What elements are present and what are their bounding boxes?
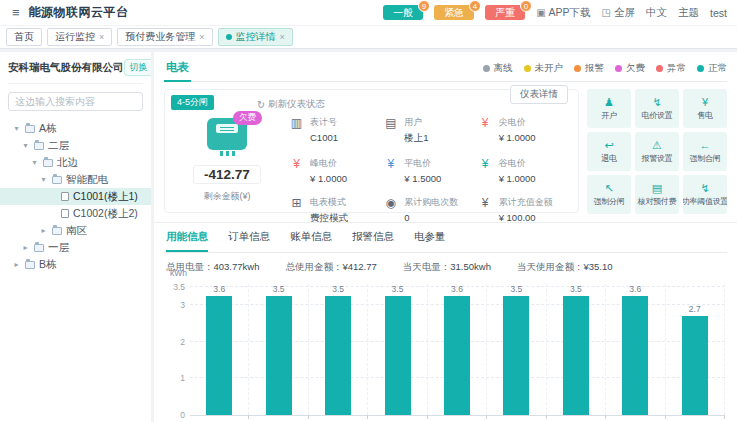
tree-item-label: 二层: [48, 139, 69, 153]
meter-screen: [216, 124, 238, 133]
verify-prepay-icon: ▤: [652, 182, 662, 194]
price-setting-button[interactable]: ↯ 电价设置: [635, 89, 679, 128]
field-value: ¥ 1.0000: [499, 132, 536, 143]
user-menu[interactable]: test: [710, 7, 727, 19]
force-close-switch-button[interactable]: ← 强制合闸: [683, 132, 727, 171]
tree-arrow-icon[interactable]: ▸: [21, 243, 30, 252]
tab-electric-params[interactable]: 电参量: [414, 230, 446, 252]
tree-search-input[interactable]: [8, 92, 143, 111]
alarm-severe-button[interactable]: 严重 0: [485, 5, 525, 20]
tab-energy-info[interactable]: 用能信息: [166, 230, 208, 252]
tree-item-north-side[interactable]: ▾ 北边: [0, 154, 151, 171]
language-switch[interactable]: 中文: [646, 6, 667, 20]
bar-slot: 3.600:00: [190, 284, 249, 415]
legend-dot: [656, 65, 663, 72]
alarm-general-label: 一般: [393, 7, 413, 18]
open-account-icon: ♟: [604, 96, 614, 108]
open-account-button[interactable]: ♟ 开户: [587, 89, 631, 128]
field-label: 平电价: [404, 157, 441, 170]
legend-dot: [615, 65, 622, 72]
active-dot-icon: [226, 34, 232, 40]
bar: [563, 296, 589, 415]
tag-prepay-management[interactable]: 预付费业务管理 ×: [117, 28, 212, 46]
theme-switch[interactable]: 主题: [678, 6, 699, 20]
alarm-setting-button[interactable]: ⚠ 报警设置: [635, 132, 679, 171]
fullscreen-link[interactable]: ◳ 全屏: [602, 6, 635, 20]
folder-icon: [52, 176, 62, 184]
bar: [206, 296, 232, 415]
tab-alarm-info[interactable]: 报警信息: [352, 230, 394, 252]
legend-item: 报警: [574, 62, 604, 75]
field-recharge-amount: ¥ 累计充值金额 ¥ 100.00: [478, 196, 568, 225]
tree-item-label: 智能配电: [66, 173, 108, 187]
bar: [503, 296, 529, 415]
tag-home[interactable]: 首页: [6, 28, 42, 46]
bar-slot: 3.604:00: [428, 284, 487, 415]
force-open-switch-button[interactable]: ↖ 强制分闸: [587, 175, 631, 214]
close-icon[interactable]: ×: [99, 31, 104, 44]
tree-arrow-icon[interactable]: ▸: [39, 226, 48, 235]
tag-monitor-detail[interactable]: 监控详情 ×: [218, 28, 293, 46]
company-name: 安科瑞电气股份有限公司: [8, 61, 124, 75]
alarm-general-button[interactable]: 一般 9: [383, 5, 423, 20]
field-value: ¥ 1.0000: [310, 173, 347, 184]
company-row: 安科瑞电气股份有限公司 切换: [8, 59, 143, 84]
peak-price-coins-icon: ¥: [289, 157, 304, 171]
app-download-link[interactable]: ▣ APP下载: [536, 6, 590, 20]
tree-item-building-a[interactable]: ▾ A栋: [0, 120, 151, 137]
y-tick-label: 3.5: [173, 282, 185, 292]
field-label: 累计购电次数: [404, 196, 458, 209]
meter-actions: ♟ 开户 ↯ 电价设置 ¥ 售电 ↩ 退电 ⚠ 报警设置: [587, 89, 727, 214]
tab-electric-meter[interactable]: 电表: [164, 58, 191, 82]
alarm-severe-label: 严重: [495, 7, 515, 18]
tree-item-smart-distribution[interactable]: ▾ 智能配电: [0, 171, 151, 188]
alarm-urgent-button[interactable]: 紧急 4: [434, 5, 474, 20]
y-tick-label: 3: [180, 300, 185, 310]
tree-arrow-icon[interactable]: ▾: [39, 175, 48, 184]
close-icon[interactable]: ×: [199, 31, 204, 44]
field-user: ▤ 用户 楼上1: [383, 116, 473, 145]
verify-prepay-button[interactable]: ▤ 核对预付费: [635, 175, 679, 214]
refund-power-icon: ↩: [604, 139, 613, 151]
bar-value-label: 2.7: [689, 304, 701, 314]
meter-doc-icon: [61, 192, 69, 201]
refund-power-button[interactable]: ↩ 退电: [587, 132, 631, 171]
bar-slot: 3.506:00: [547, 284, 606, 415]
refresh-meter-status-link[interactable]: ↻ 刷新仪表状态: [257, 98, 325, 111]
bar-value-label: 3.5: [510, 284, 522, 294]
tree-item-building-b[interactable]: ▸ B栋: [0, 256, 151, 273]
meter-illustration: 欠费: [205, 118, 249, 156]
fullscreen-label: 全屏: [614, 6, 635, 20]
folder-icon: [25, 125, 35, 133]
tab-order-info[interactable]: 订单信息: [228, 230, 270, 252]
tree-arrow-icon[interactable]: ▸: [12, 260, 21, 269]
force-close-switch-icon: ←: [700, 139, 711, 151]
tree-item-south-area[interactable]: ▸ 南区: [0, 222, 151, 239]
field-label: 谷电价: [499, 157, 536, 170]
tree-arrow-icon[interactable]: ▾: [12, 124, 21, 133]
meter-details-button[interactable]: 仪表详情: [510, 85, 568, 104]
switch-company-button[interactable]: 切换: [124, 59, 152, 76]
menu-icon[interactable]: ≡: [12, 5, 20, 20]
field-valley-price: ¥ 谷电价 ¥ 1.0000: [478, 157, 568, 184]
field-label: 尖电价: [499, 116, 536, 129]
sell-power-button[interactable]: ¥ 售电: [683, 89, 727, 128]
tree-arrow-icon[interactable]: ▾: [21, 141, 30, 150]
tree-arrow-icon[interactable]: ▾: [30, 158, 39, 167]
legend-label: 离线: [494, 62, 513, 75]
meter-left: 欠费 -412.77 剩余金额(¥): [175, 96, 279, 206]
power-threshold-button[interactable]: ↯ 功率阈值设置: [683, 175, 727, 214]
alarm-urgent-count-badge: 4: [469, 0, 481, 12]
tab-bill-info[interactable]: 账单信息: [290, 230, 332, 252]
field-label: 用户: [404, 116, 428, 129]
tree-item-meter-c1001[interactable]: C1001(楼上1): [0, 188, 151, 205]
tag-run-monitor[interactable]: 运行监控 ×: [47, 28, 112, 46]
bar-value-label: 3.6: [629, 284, 641, 294]
panel-head: 电表 离线 未开户 报警 欠费 异常 正常: [164, 58, 727, 82]
field-value: ¥ 1.5000: [404, 173, 441, 184]
close-icon[interactable]: ×: [280, 31, 285, 44]
bar-value-label: 3.5: [273, 284, 285, 294]
tree-item-floor-1[interactable]: ▸ 一层: [0, 239, 151, 256]
tree-item-meter-c1002[interactable]: C1002(楼上2): [0, 205, 151, 222]
tree-item-floor-2[interactable]: ▾ 二层: [0, 137, 151, 154]
